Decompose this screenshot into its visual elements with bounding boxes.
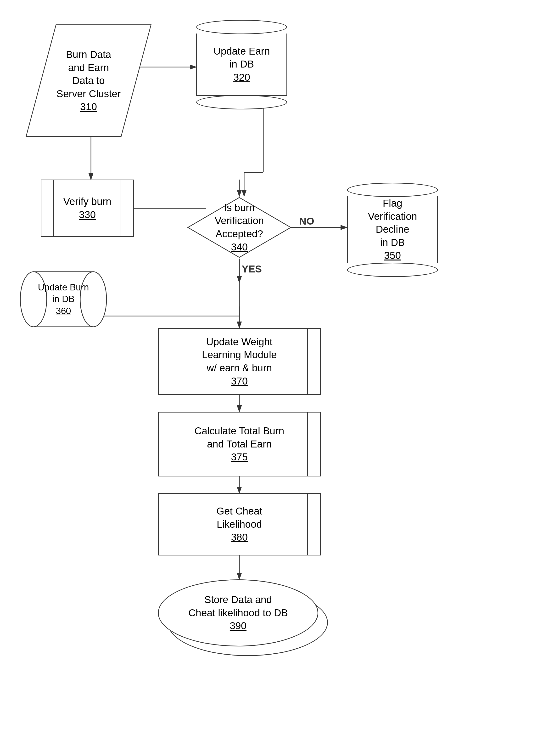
node-350-label: FlagVerificationDeclinein DB350 (368, 197, 417, 262)
node-390-label: Store Data andCheat likelihood to DB390 (188, 593, 288, 632)
node-330: Verify burn330 (41, 180, 134, 237)
node-380: Get CheatLikelihood380 (158, 493, 321, 555)
node-380-label: Get CheatLikelihood380 (216, 505, 262, 544)
node-390: Store Data andCheat likelihood to DB390 (158, 580, 318, 647)
node-370: Update WeightLearning Modulew/ earn & bu… (158, 328, 321, 395)
node-360: Update Burnin DB360 (19, 271, 108, 328)
node-340-label: Is burnVerificationAccepted?340 (215, 201, 264, 254)
flowchart: Burn Dataand EarnData toServer Cluster31… (0, 0, 560, 741)
node-330-label: Verify burn330 (63, 195, 112, 221)
node-310-label: Burn Dataand EarnData toServer Cluster31… (57, 49, 121, 112)
node-310: Burn Dataand EarnData toServer Cluster31… (25, 24, 151, 137)
node-375-label: Calculate Total Burnand Total Earn375 (194, 424, 284, 464)
node-375: Calculate Total Burnand Total Earn375 (158, 412, 321, 476)
node-340: Is burnVerificationAccepted?340 (187, 196, 292, 259)
node-370-label: Update WeightLearning Modulew/ earn & bu… (202, 335, 277, 388)
node-360-label: Update Burnin DB360 (38, 281, 89, 317)
node-350: FlagVerificationDeclinein DB350 (347, 182, 438, 278)
no-label: NO (299, 215, 314, 227)
yes-label: YES (242, 263, 262, 275)
node-320: Update Earnin DB320 (196, 19, 287, 110)
node-320-label: Update Earnin DB320 (213, 45, 270, 84)
